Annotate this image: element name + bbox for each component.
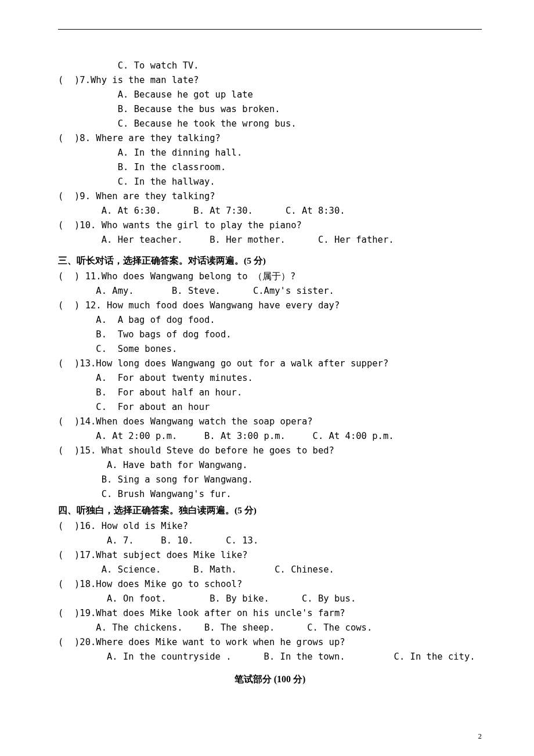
q14-stem: ( )14.When does Wangwang watch the soap … [58,415,482,429]
q15-option-b: B. Sing a song for Wangwang. [58,473,482,487]
q16-stem: ( )16. How old is Mike? [58,519,482,534]
q11-stem: ( ) 11.Who does Wangwang belong to （属于）? [58,269,482,284]
page-number: 2 [478,732,482,741]
written-section-title: 笔试部分 (100 分) [58,674,482,686]
q8-option-b: B. In the classroom. [58,160,482,175]
q10-stem: ( )10. Who wants the girl to play the pi… [58,218,482,233]
q13-option-a: A. For about twenty minutes. [58,371,482,386]
q13-stem: ( )13.How long does Wangwang go out for … [58,357,482,371]
q17-stem: ( )17.What subject does Mike like? [58,548,482,563]
q15-option-c: C. Brush Wangwang's fur. [58,487,482,502]
q12-option-a: A. A bag of dog food. [58,313,482,327]
q10-options: A. Her teacher. B. Her mother. C. Her fa… [58,233,482,247]
q19-options: A. The chickens. B. The sheep. C. The co… [58,621,482,635]
q8-stem: ( )8. Where are they talking? [58,131,482,146]
q20-options: A. In the countryside . B. In the town. … [58,650,482,664]
q7-option-a: A. Because he got up late [58,88,482,102]
q7-option-b: B. Because the bus was broken. [58,102,482,117]
q15-stem: ( )15. What should Steve do before he go… [58,444,482,458]
q13-option-c: C. For about an hour [58,400,482,415]
q18-stem: ( )18.How does Mike go to school? [58,577,482,592]
q8-option-a: A. In the dinning hall. [58,146,482,160]
q20-stem: ( )20.Where does Mike want to work when … [58,635,482,650]
q11-options: A. Amy. B. Steve. C.Amy's sister. [58,284,482,298]
q8-option-c: C. In the hallway. [58,175,482,189]
section-3-title: 三、听长对话，选择正确答案。对话读两遍。(5 分) [58,252,482,269]
section-4-title: 四、听独白，选择正确答案。独白读两遍。(5 分) [58,502,482,519]
q9-stem: ( )9. When are they talking? [58,189,482,204]
q12-option-b: B. Two bags of dog food. [58,327,482,342]
q7-stem: ( )7.Why is the man late? [58,73,482,88]
q6-option-c: C. To watch TV. [58,59,482,73]
q18-options: A. On foot. B. By bike. C. By bus. [58,592,482,606]
top-rule [58,29,482,30]
q14-options: A. At 2:00 p.m. B. At 3:00 p.m. C. At 4:… [58,429,482,444]
q12-option-c: C. Some bones. [58,342,482,357]
q9-options: A. At 6:30. B. At 7:30. C. At 8:30. [58,204,482,218]
q13-option-b: B. For about half an hour. [58,386,482,400]
q17-options: A. Science. B. Math. C. Chinese. [58,563,482,577]
q15-option-a: A. Have bath for Wangwang. [58,458,482,473]
q16-options: A. 7. B. 10. C. 13. [58,534,482,548]
q19-stem: ( )19.What does Mike look after on his u… [58,606,482,621]
exam-page: C. To watch TV. ( )7.Why is the man late… [0,0,534,756]
q7-option-c: C. Because he took the wrong bus. [58,117,482,131]
q12-stem: ( ) 12. How much food does Wangwang have… [58,298,482,313]
